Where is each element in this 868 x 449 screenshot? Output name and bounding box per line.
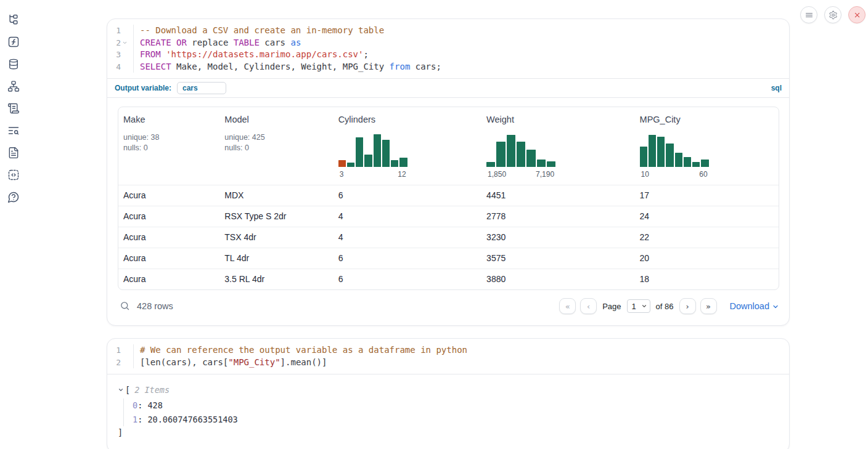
table-cell: 24 bbox=[635, 206, 779, 227]
table-row: AcuraRSX Type S 2dr4277824 bbox=[118, 206, 779, 227]
column-histogram bbox=[486, 133, 555, 167]
table-row: AcuraTSX 4dr4323022 bbox=[118, 227, 779, 248]
histogram-bar bbox=[537, 160, 546, 167]
histogram-bar bbox=[391, 160, 398, 167]
first-page-button[interactable]: « bbox=[559, 298, 576, 314]
column-name: Model bbox=[224, 115, 328, 124]
row-count: 428 rows bbox=[137, 301, 173, 311]
tree-item: 0: 428 bbox=[133, 398, 779, 413]
code-line[interactable]: 3FROM 'https://datasets.marimo.app/cars.… bbox=[107, 49, 789, 61]
column-name: Make bbox=[123, 115, 215, 124]
page-select[interactable]: 1 bbox=[627, 299, 650, 313]
text-search-icon[interactable] bbox=[7, 124, 20, 137]
table-cell: Acura bbox=[118, 206, 219, 227]
column-header-mpg_city[interactable]: MPG_City1060 bbox=[635, 107, 779, 185]
tree-items-count: 2 Items bbox=[134, 384, 170, 396]
table-cell: 3230 bbox=[481, 227, 634, 248]
histogram-bar bbox=[347, 163, 354, 167]
chevron-down-icon bbox=[641, 303, 647, 309]
histogram-bar bbox=[496, 142, 505, 167]
line-number: 3 bbox=[107, 49, 121, 61]
fold-gutter bbox=[121, 49, 129, 61]
page-select-value: 1 bbox=[632, 302, 636, 311]
shutdown-button[interactable] bbox=[848, 6, 866, 23]
histogram-bar bbox=[338, 160, 346, 167]
fold-gutter bbox=[121, 344, 129, 357]
line-number: 1 bbox=[107, 344, 121, 357]
search-icon[interactable] bbox=[119, 301, 130, 312]
database-icon[interactable] bbox=[7, 58, 20, 70]
output-variable-input[interactable] bbox=[177, 82, 226, 94]
table-cell: 4 bbox=[334, 227, 481, 248]
next-page-button[interactable]: › bbox=[679, 298, 696, 314]
table-cell: Acura bbox=[118, 227, 219, 248]
column-header-make[interactable]: Makeunique: 38nulls: 0 bbox=[118, 107, 219, 185]
file-text-icon[interactable] bbox=[7, 147, 20, 159]
line-number: 1 bbox=[107, 25, 121, 37]
table-cell: Acura bbox=[118, 185, 219, 206]
table-cell: 20 bbox=[635, 248, 779, 269]
table-cell: TSX 4dr bbox=[219, 227, 333, 248]
prev-page-button[interactable]: ‹ bbox=[580, 298, 597, 314]
histogram-bar bbox=[649, 135, 656, 167]
histogram-bar bbox=[684, 157, 691, 167]
file-tree-icon[interactable] bbox=[7, 14, 20, 26]
table-cell: 3.5 RL 4dr bbox=[219, 269, 333, 289]
table-cell: TL 4dr bbox=[219, 248, 333, 269]
table-cell: 3575 bbox=[481, 248, 634, 269]
fold-gutter bbox=[121, 25, 129, 37]
scroll-icon[interactable] bbox=[7, 102, 20, 115]
sql-cell: 1-- Download a CSV and create an in-memo… bbox=[107, 18, 790, 326]
code-snippets-icon[interactable] bbox=[7, 169, 20, 181]
line-number: 2 bbox=[107, 37, 121, 49]
table-cell: 22 bbox=[635, 227, 779, 248]
column-stats: unique: 425nulls: 0 bbox=[224, 132, 328, 153]
fold-chevron-icon[interactable] bbox=[121, 37, 129, 49]
table-cell: 6 bbox=[334, 185, 481, 206]
histogram-range-labels: 1,8507,190 bbox=[486, 170, 555, 179]
notebook-area: 1-- Download a CSV and create an in-memo… bbox=[107, 0, 790, 449]
column-name: Weight bbox=[486, 115, 629, 124]
menu-button[interactable] bbox=[800, 6, 817, 23]
column-header-weight[interactable]: Weight1,8507,190 bbox=[481, 107, 634, 185]
column-stats: unique: 38nulls: 0 bbox=[123, 132, 215, 153]
table-cell: Acura bbox=[118, 269, 219, 289]
column-header-cylinders[interactable]: Cylinders312 bbox=[334, 107, 481, 185]
column-header-model[interactable]: Modelunique: 425nulls: 0 bbox=[219, 107, 333, 185]
download-button[interactable]: Download bbox=[730, 301, 780, 311]
page-of-label: of 86 bbox=[656, 302, 674, 311]
histogram-bar bbox=[364, 155, 372, 167]
sitemap-icon[interactable] bbox=[7, 80, 20, 92]
histogram-bar bbox=[374, 134, 381, 167]
last-page-button[interactable]: » bbox=[700, 298, 717, 314]
page-label: Page bbox=[602, 302, 621, 311]
histogram-bar bbox=[507, 135, 515, 167]
code-line[interactable]: 1-- Download a CSV and create an in-memo… bbox=[107, 25, 789, 37]
tree-collapse-chevron-icon[interactable] bbox=[118, 387, 125, 393]
table-cell: 4451 bbox=[481, 185, 634, 206]
chevron-down-icon bbox=[772, 303, 779, 310]
column-histogram bbox=[338, 133, 407, 167]
code-line[interactable]: 4SELECT Make, Model, Cylinders, Weight, … bbox=[107, 61, 789, 73]
function-square-icon[interactable] bbox=[7, 36, 20, 48]
fold-gutter bbox=[121, 61, 129, 73]
help-circle-icon[interactable] bbox=[7, 191, 20, 203]
sql-code-editor[interactable]: 1-- Download a CSV and create an in-memo… bbox=[107, 19, 789, 78]
column-histogram bbox=[640, 133, 709, 167]
code-line[interactable]: 2[len(cars), cars["MPG_City"].mean()] bbox=[107, 357, 789, 369]
table-row: AcuraMDX6445117 bbox=[118, 185, 779, 206]
histogram-range-labels: 312 bbox=[338, 170, 407, 179]
column-name: Cylinders bbox=[338, 115, 477, 124]
settings-button[interactable] bbox=[824, 6, 841, 23]
code-line[interactable]: 1# We can reference the output variable … bbox=[107, 344, 789, 357]
histogram-bar bbox=[640, 147, 647, 167]
python-cell: 1# We can reference the output variable … bbox=[107, 338, 790, 449]
histogram-bar bbox=[486, 162, 495, 167]
results-table: Makeunique: 38nulls: 0Modelunique: 425nu… bbox=[118, 107, 779, 290]
tree-item: 1: 20.060747663551403 bbox=[133, 413, 779, 427]
code-line[interactable]: 2CREATE OR replace TABLE cars as bbox=[107, 37, 789, 49]
output-variable-bar: Output variable: sql bbox=[107, 78, 789, 98]
histogram-bar bbox=[675, 153, 682, 167]
table-cell: 3880 bbox=[481, 269, 634, 289]
python-code-editor[interactable]: 1# We can reference the output variable … bbox=[107, 339, 789, 374]
